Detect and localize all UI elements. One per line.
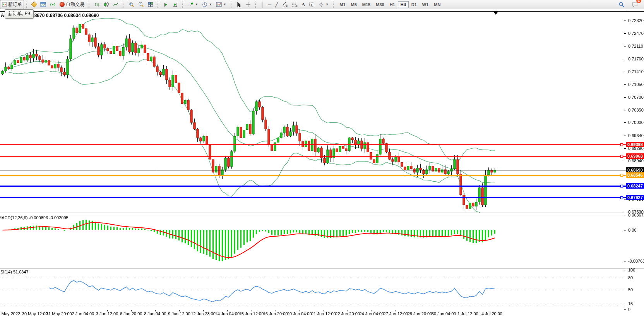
- time-axis-label: May 2022: [2, 311, 20, 316]
- horizontal-line-tool[interactable]: ─: [266, 0, 273, 9]
- price-chart-canvas[interactable]: [0, 9, 644, 318]
- shapes-icon: [319, 2, 324, 7]
- time-axis-label: 15 Jun 12:00: [239, 311, 264, 316]
- templates-dropdown[interactable]: ▼: [214, 0, 228, 9]
- fibonacci-tool[interactable]: F: [290, 0, 300, 9]
- rsi-axis-label: 80: [628, 275, 633, 280]
- hline-price-tag[interactable]: 0.69388: [626, 142, 644, 147]
- trendline-icon: ╱: [275, 2, 278, 7]
- current-price-tag: 0.68690: [626, 167, 644, 173]
- text-label-tool[interactable]: T: [307, 0, 317, 9]
- rsi-axis-label: 0: [628, 307, 630, 312]
- time-axis-label: 30 May 12:00: [22, 311, 48, 316]
- time-axis-label: 4 Jul 20:00: [481, 311, 502, 316]
- toolbar-grip: [182, 2, 184, 8]
- price-axis-label: 0.71760: [628, 57, 644, 61]
- price-axis-label: 0.72820: [628, 18, 644, 23]
- toolbar-grip: [26, 2, 28, 8]
- new-chart-button[interactable]: [30, 0, 38, 9]
- time-axis-label: 28 Jun 20:00: [408, 311, 432, 316]
- auto-scroll-button[interactable]: [171, 0, 180, 9]
- time-axis-label: 21 Jun 12:00: [311, 311, 336, 316]
- rsi-axis-label: 15: [628, 301, 633, 306]
- trendline-tool[interactable]: ╱: [273, 0, 280, 9]
- tile-windows-button[interactable]: [146, 0, 155, 9]
- timeframe-m30-button[interactable]: M30: [373, 1, 387, 8]
- profiles-button[interactable]: [38, 0, 48, 9]
- zoom-in-button[interactable]: [127, 0, 136, 9]
- hline-price-tag[interactable]: 0.67927: [626, 195, 644, 200]
- timeframe-h1-button[interactable]: H1: [387, 1, 398, 8]
- timeframe-m1-button[interactable]: M1: [337, 1, 348, 8]
- time-axis-label: 22 Jun 20:00: [335, 311, 360, 316]
- symbol-label: A: [1, 13, 4, 18]
- rsi-axis-label: 100: [628, 268, 635, 272]
- new-order-button[interactable]: 新订单: [0, 0, 24, 9]
- vertical-line-icon: │: [261, 2, 264, 7]
- chart-window-icon: [40, 2, 46, 7]
- text-tool[interactable]: A: [300, 0, 307, 9]
- time-axis-label: 8 Jun 04:00: [144, 311, 166, 316]
- cursor-tool-button[interactable]: [235, 0, 243, 9]
- auto-scroll-icon: [173, 2, 178, 7]
- notifications-button[interactable]: 1: [630, 0, 640, 9]
- toolbar-grip: [123, 2, 125, 8]
- chevron-down-icon: ▼: [325, 3, 329, 6]
- price-axis-label: 0.68940: [628, 158, 644, 163]
- text-label-icon: T: [309, 2, 315, 7]
- bar-chart-button[interactable]: [92, 0, 102, 9]
- chart-window: A 68670 0.68706 0.68634 0.68690 新订单, F9 …: [0, 9, 644, 318]
- svg-text:E: E: [286, 5, 288, 7]
- chart-shift-button[interactable]: [161, 0, 171, 9]
- chart-shift-icon: [163, 2, 169, 7]
- cursor-icon: [236, 2, 242, 7]
- rsi-axis-label: 50: [628, 287, 633, 292]
- timeframe-h4-button[interactable]: H4: [398, 1, 409, 8]
- time-axis-label: 30 Jun 04:00: [432, 311, 456, 316]
- line-chart-button[interactable]: [111, 0, 120, 9]
- time-axis-label: 16 Jun 20:00: [263, 311, 288, 316]
- price-axis-label: 0.70000: [628, 120, 644, 125]
- macd-axis-label: 0.003672: [628, 213, 644, 217]
- time-axis-label: 31 May 20:00: [46, 311, 72, 316]
- new-chart-icon: [31, 2, 38, 8]
- periods-dropdown[interactable]: ▼: [200, 0, 214, 9]
- equidistant-channel-icon: E: [282, 2, 288, 7]
- hline-price-tag[interactable]: 0.69068: [626, 153, 644, 159]
- search-button[interactable]: [617, 0, 627, 9]
- crosshair-tool-button[interactable]: [243, 0, 253, 9]
- new-order-label: 新订单: [8, 1, 22, 8]
- indicators-dropdown[interactable]: ▼: [186, 0, 200, 9]
- toolbar-grip: [158, 2, 159, 8]
- new-order-icon: [2, 2, 7, 7]
- channel-tool[interactable]: E: [280, 0, 290, 9]
- fibonacci-icon: F: [292, 2, 298, 7]
- time-axis-label: 6 Jun 20:00: [120, 311, 142, 316]
- horizontal-line-icon: ─: [268, 2, 271, 7]
- time-axis-label: 1 Jul 12:00: [457, 311, 478, 316]
- ohlc-values: 68670 0.68706 0.68634 0.68690: [32, 13, 99, 18]
- timeframe-m15-button[interactable]: M15: [360, 1, 373, 8]
- clock-icon: [202, 2, 207, 7]
- candlestick-chart-button[interactable]: [102, 0, 111, 9]
- timeframe-d1-button[interactable]: D1: [409, 1, 420, 8]
- hline-price-tag[interactable]: 0.68247: [626, 183, 644, 189]
- time-axis-label: 2 Jun 04:00: [72, 311, 94, 316]
- hline-price-tag[interactable]: 0.68546: [626, 172, 644, 178]
- search-icon: [618, 2, 625, 8]
- zoom-out-button[interactable]: [136, 0, 146, 9]
- price-axis-label: 0.70700: [628, 95, 644, 100]
- zoom-in-icon: [128, 2, 134, 7]
- timeframe-m5-button[interactable]: M5: [348, 1, 360, 8]
- signals-button[interactable]: [48, 0, 58, 9]
- timeframe-mn-button[interactable]: MN: [431, 1, 443, 8]
- shapes-dropdown[interactable]: ▼: [317, 0, 331, 9]
- time-axis-label: 12 Jun 23:00: [191, 311, 216, 316]
- vertical-line-tool[interactable]: │: [259, 0, 266, 9]
- text-icon: A: [301, 2, 305, 7]
- timeframe-w1-button[interactable]: W1: [420, 1, 432, 8]
- time-axis-label: 9 Jun 12:00: [168, 311, 190, 316]
- chevron-down-icon: ▼: [195, 3, 198, 6]
- auto-trading-label: 自动交易: [66, 1, 84, 8]
- auto-trading-button[interactable]: 自动交易: [58, 0, 86, 9]
